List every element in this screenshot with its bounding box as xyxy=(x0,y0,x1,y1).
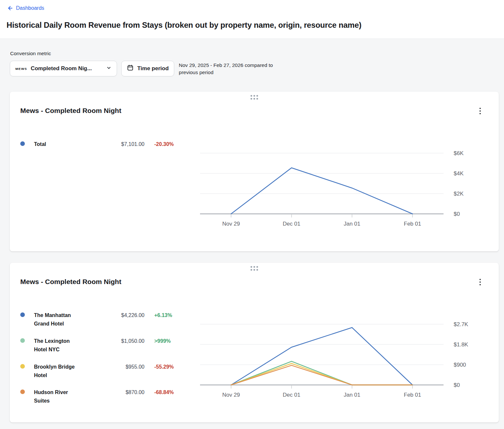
y-axis-label: $4K xyxy=(454,170,464,177)
series-value: $7,101.00 xyxy=(82,140,144,149)
series-change: -20.30% xyxy=(154,140,200,149)
series-color-dot xyxy=(20,389,25,394)
series-color-dot xyxy=(20,338,25,343)
y-axis-label: $0 xyxy=(454,382,460,388)
card-body: The Manhattan Grand Hotel$4,226.00+6.13%… xyxy=(20,308,488,405)
filter-controls: MEWS Completed Room Nig... Time period N… xyxy=(10,61,499,76)
time-period-button[interactable]: Time period xyxy=(121,61,174,76)
chart-area[interactable]: $2.7K$1.8K$900$0Nov 29Dec 01Jan 01Feb 01 xyxy=(200,308,488,405)
drag-handle-dots-icon[interactable] xyxy=(250,94,259,101)
series-color-dot xyxy=(20,312,25,317)
chart-card-total: Mews - Completed Room Night Total$7,101.… xyxy=(10,92,499,251)
x-axis-label: Dec 01 xyxy=(283,392,300,398)
y-axis-label: $0 xyxy=(454,211,460,217)
conversion-metric-value: Completed Room Nig... xyxy=(31,65,92,72)
series-name: The Manhattan Grand Hotel xyxy=(34,311,82,328)
series-change: -55.29% xyxy=(154,363,200,371)
kebab-menu-icon[interactable] xyxy=(478,277,482,287)
y-axis-label: $1.8K xyxy=(454,342,468,348)
series-value: $4,226.00 xyxy=(82,311,144,320)
x-axis-label: Nov 29 xyxy=(222,392,240,398)
drag-handle-dots-icon[interactable] xyxy=(250,265,259,272)
series-value: $870.00 xyxy=(82,388,144,397)
legend-item[interactable]: Brooklyn Bridge Hotel$955.00-55.29% xyxy=(20,363,200,380)
series-color-dot xyxy=(20,364,25,369)
page-header: Dashboards Historical Daily Room Revenue… xyxy=(0,0,504,39)
series-color-dot xyxy=(20,141,25,146)
chart-legend: The Manhattan Grand Hotel$4,226.00+6.13%… xyxy=(20,308,200,405)
legend-item[interactable]: The Lexington Hotel NYC$1,050.00>999% xyxy=(20,337,200,354)
x-axis-label: Feb 01 xyxy=(404,221,421,227)
conversion-metric-label: Conversion metric xyxy=(10,51,499,56)
chevron-down-icon xyxy=(106,65,111,72)
dashboard-body: Conversion metric MEWS Completed Room Ni… xyxy=(0,39,504,429)
back-link[interactable]: Dashboards xyxy=(7,5,44,11)
back-link-label: Dashboards xyxy=(16,5,44,11)
conversion-metric-select[interactable]: MEWS Completed Room Nig... xyxy=(10,61,117,76)
line-chart: $2.7K$1.8K$900$0Nov 29Dec 01Jan 01Feb 01 xyxy=(200,308,488,403)
period-summary: Nov 29, 2025 - Feb 27, 2026 compared to … xyxy=(179,61,288,76)
kebab-menu-icon[interactable] xyxy=(478,106,482,116)
x-axis-label: Nov 29 xyxy=(222,221,240,227)
y-axis-label: $2.7K xyxy=(454,321,468,327)
series-name: Hudson River Suites xyxy=(34,388,82,405)
x-axis-label: Dec 01 xyxy=(283,221,300,227)
mews-logo: MEWS xyxy=(15,67,27,70)
series-change: >999% xyxy=(154,337,200,345)
chart-area[interactable]: $6K$4K$2K$0Nov 29Dec 01Jan 01Feb 01 xyxy=(200,137,488,232)
series-change: +6.13% xyxy=(154,311,200,320)
legend-item[interactable]: Total$7,101.00-20.30% xyxy=(20,140,200,149)
arrow-left-icon xyxy=(7,5,13,11)
chart-card-by-property: Mews - Completed Room Night The Manhatta… xyxy=(10,263,499,422)
series-line-total xyxy=(231,168,412,214)
x-axis-label: Jan 01 xyxy=(344,221,360,227)
chart-legend: Total$7,101.00-20.30% xyxy=(20,137,200,232)
series-change: -68.84% xyxy=(154,388,200,397)
x-axis-label: Jan 01 xyxy=(344,392,360,398)
series-value: $955.00 xyxy=(82,363,144,371)
card-body: Total$7,101.00-20.30% $6K$4K$2K$0Nov 29D… xyxy=(20,137,488,232)
series-name: The Lexington Hotel NYC xyxy=(34,337,82,354)
page-title: Historical Daily Room Revenue from Stays… xyxy=(7,21,497,30)
y-axis-label: $900 xyxy=(454,362,466,368)
calendar-icon xyxy=(127,64,134,73)
y-axis-label: $2K xyxy=(454,191,464,197)
y-axis-label: $6K xyxy=(454,150,464,156)
series-name: Total xyxy=(34,140,82,149)
x-axis-label: Feb 01 xyxy=(404,392,421,398)
series-name: Brooklyn Bridge Hotel xyxy=(34,363,82,380)
legend-item[interactable]: Hudson River Suites$870.00-68.84% xyxy=(20,388,200,405)
line-chart: $6K$4K$2K$0Nov 29Dec 01Jan 01Feb 01 xyxy=(200,137,488,232)
time-period-label: Time period xyxy=(137,65,169,72)
legend-item[interactable]: The Manhattan Grand Hotel$4,226.00+6.13% xyxy=(20,311,200,328)
series-value: $1,050.00 xyxy=(82,337,144,345)
